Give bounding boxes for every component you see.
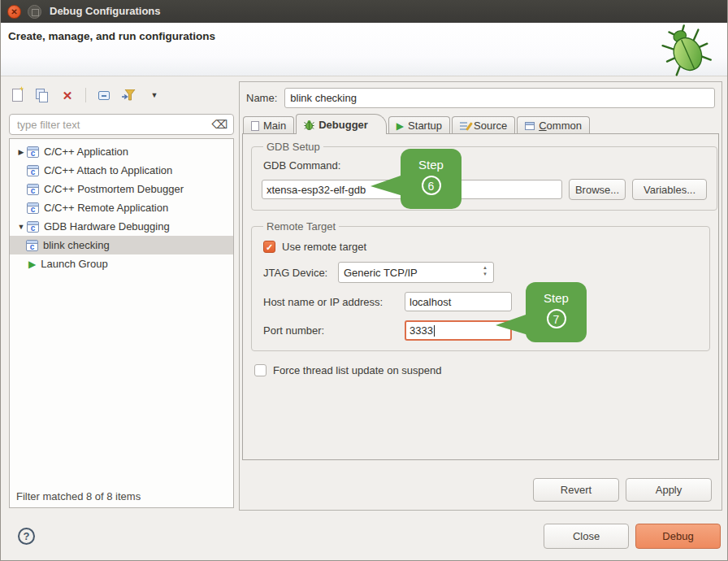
use-remote-label: Use remote target <box>282 241 366 253</box>
spinner-down-icon: ▼ <box>483 272 488 276</box>
jtag-device-select[interactable]: Generic TCP/IP ▲ ▼ <box>338 262 494 283</box>
tree-item-cpp-attach[interactable]: c C/C++ Attach to Application <box>10 161 233 180</box>
common-tab-icon <box>525 122 535 130</box>
filter-field: ⌫ <box>9 114 234 135</box>
configuration-tabs: Main Debugger ▶ S <box>243 114 718 134</box>
host-label: Host name or IP address: <box>263 296 405 308</box>
revert-button[interactable]: Revert <box>533 478 619 502</box>
filter-icon <box>122 89 136 102</box>
close-icon: ✕ <box>11 7 17 16</box>
tree-item-label: Launch Group <box>41 258 107 270</box>
collapse-all-button[interactable] <box>96 87 112 103</box>
filter-status-text: Filter matched 8 of 8 items <box>16 490 141 502</box>
host-input[interactable] <box>405 292 512 311</box>
toolbar-separator <box>85 88 86 102</box>
jtag-device-value: Generic TCP/IP <box>344 267 418 279</box>
gdb-setup-legend: GDB Setup <box>263 141 323 153</box>
apply-button[interactable]: Apply <box>626 478 712 502</box>
dialog-header: Create, manage, and run configurations <box>1 23 727 76</box>
tab-debugger[interactable]: Debugger <box>296 114 387 134</box>
tree-item-cpp-application[interactable]: ▶ c C/C++ Application <box>10 142 233 161</box>
tab-label: Main <box>263 120 286 132</box>
debug-configurations-dialog: ✕ Debug Configurations Create, manage, a… <box>0 0 728 561</box>
step-6-callout: Step 6 <box>401 149 462 209</box>
titlebar: ✕ Debug Configurations <box>1 0 727 23</box>
name-input[interactable] <box>284 88 715 108</box>
callout-tail <box>496 312 528 338</box>
port-value: 3333 <box>410 324 433 337</box>
duplicate-configuration-button[interactable] <box>34 87 50 103</box>
name-row: Name: <box>246 88 715 108</box>
name-label: Name: <box>246 92 277 104</box>
tree-item-label: C/C++ Postmortem Debugger <box>44 183 184 195</box>
tree-item-launch-group[interactable]: ▶ Launch Group <box>10 254 233 273</box>
tree-item-label: C/C++ Attach to Application <box>44 164 172 176</box>
tab-source[interactable]: Source <box>452 116 515 134</box>
tab-startup[interactable]: ▶ Startup <box>388 116 450 134</box>
use-remote-row: ✓ Use remote target <box>263 241 700 253</box>
twisty-collapsed-icon[interactable]: ▶ <box>15 148 27 156</box>
tree-item-label: blink checking <box>43 239 110 251</box>
force-thread-checkbox[interactable] <box>254 364 266 376</box>
gdb-command-label: GDB Command: <box>263 159 707 172</box>
debugger-tab-content: GDB Setup GDB Command: Browse... Variabl… <box>242 133 719 460</box>
launch-group-icon: ▶ <box>28 259 36 270</box>
duplicate-icon <box>36 89 49 102</box>
step-label: Step <box>526 291 587 305</box>
step-number: 7 <box>547 309 566 328</box>
port-row: Port number: 3333 <box>263 320 700 341</box>
tree-item-cpp-remote[interactable]: c C/C++ Remote Application <box>10 198 233 217</box>
remote-target-legend: Remote Target <box>263 220 339 233</box>
source-tab-icon <box>460 121 470 131</box>
use-remote-checkbox[interactable]: ✓ <box>263 241 275 253</box>
tab-label: Common <box>539 120 582 132</box>
window-restore-button[interactable] <box>28 5 41 19</box>
configuration-detail-panel: Name: Main <box>239 81 722 511</box>
tree-item-label: C/C++ Remote Application <box>44 202 168 214</box>
debug-button[interactable]: Debug <box>635 524 721 549</box>
startup-tab-icon: ▶ <box>396 120 404 132</box>
dialog-body: ✕ ▼ ⌫ ▶ c C/C++ Application <box>1 76 727 560</box>
new-configuration-icon <box>12 89 23 102</box>
clear-filter-icon[interactable]: ⌫ <box>211 119 228 130</box>
chevron-down-icon: ▼ <box>151 91 158 99</box>
tab-label: Source <box>474 120 507 132</box>
tab-common[interactable]: Common <box>517 116 590 134</box>
tab-main[interactable]: Main <box>243 116 294 134</box>
main-tab-icon <box>251 121 259 131</box>
dialog-header-title: Create, manage, and run configurations <box>8 30 215 42</box>
tree-item-cpp-postmortem[interactable]: c C/C++ Postmortem Debugger <box>10 180 233 198</box>
new-configuration-button[interactable] <box>9 87 25 103</box>
c-application-icon: c <box>27 221 39 233</box>
toolbar-menu-button[interactable]: ▼ <box>146 87 162 103</box>
c-application-icon: c <box>27 202 39 214</box>
panel-actions: Revert Apply <box>533 478 712 502</box>
delete-configuration-button[interactable]: ✕ <box>59 87 76 103</box>
spinner-up-icon: ▲ <box>483 265 488 270</box>
debug-bug-icon <box>654 18 717 81</box>
window-close-button[interactable]: ✕ <box>7 5 21 19</box>
twisty-expanded-icon[interactable]: ▼ <box>15 223 27 231</box>
port-label: Port number: <box>263 324 405 337</box>
tree-item-blink-checking[interactable]: c blink checking <box>10 236 233 254</box>
window-title: Debug Configurations <box>50 0 161 23</box>
jtag-device-row: JTAG Device: Generic TCP/IP ▲ ▼ <box>263 262 700 283</box>
remote-target-group: Remote Target ✓ Use remote target JTAG D… <box>251 220 710 351</box>
variables-button[interactable]: Variables... <box>632 179 707 200</box>
tree-item-label: GDB Hardware Debugging <box>44 220 170 233</box>
step-number: 6 <box>422 176 441 195</box>
tree-item-gdb-hardware[interactable]: ▼ c GDB Hardware Debugging <box>10 217 233 236</box>
filter-input[interactable] <box>15 118 211 132</box>
text-caret <box>434 325 435 337</box>
gdb-setup-group: GDB Setup GDB Command: Browse... Variabl… <box>251 141 717 211</box>
step-label: Step <box>401 158 462 172</box>
check-icon: ✓ <box>266 242 273 252</box>
gdb-command-row: Browse... Variables... <box>262 179 707 200</box>
close-button[interactable]: Close <box>544 524 629 549</box>
filter-configurations-button[interactable] <box>121 87 137 103</box>
configurations-toolbar: ✕ ▼ <box>9 85 162 106</box>
browse-button[interactable]: Browse... <box>569 179 626 200</box>
collapse-all-icon <box>98 91 110 100</box>
callout-tail <box>370 173 403 199</box>
tree-item-label: C/C++ Application <box>44 146 128 158</box>
